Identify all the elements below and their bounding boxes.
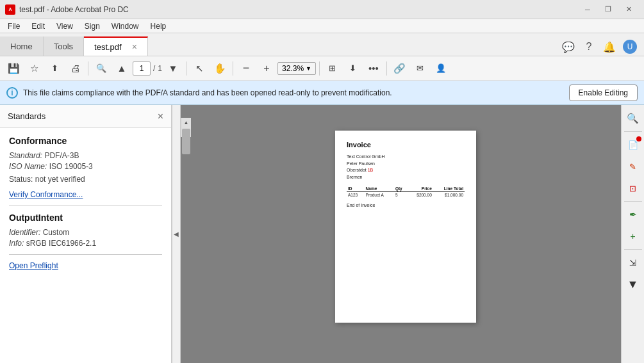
minus-icon: −	[243, 61, 250, 75]
zoom-in-button[interactable]: +	[257, 60, 276, 77]
company-line1: Text Control GmbH	[347, 154, 465, 161]
tab-file-label: test.pdf	[94, 42, 122, 52]
account-button[interactable]: U	[621, 38, 639, 56]
pdf-document: Invoice Text Control GmbH Peter Paulsen …	[335, 131, 476, 323]
window-title: test.pdf - Adobe Acrobat Pro DC	[19, 5, 129, 14]
tab-bar: Home Tools test.pdf × 💬 ? 🔔 U	[0, 33, 644, 56]
col-linetotal: Line Total	[433, 186, 465, 192]
more-tools-button[interactable]: •••	[364, 60, 383, 77]
messages-button[interactable]: 💬	[559, 38, 577, 56]
panel-header: Standards ×	[0, 105, 171, 128]
col-id: ID	[347, 186, 365, 192]
title-bar: A test.pdf - Adobe Acrobat Pro DC ─ ❐ ✕	[0, 0, 644, 19]
col-price: Price	[408, 186, 433, 192]
table-row: A123 Product A 5 $200.00 $1,000.00	[347, 192, 465, 198]
add-people-icon: 👤	[436, 63, 446, 73]
right-export-pdf-button[interactable]: 📄	[622, 134, 644, 156]
tab-home[interactable]: Home	[0, 36, 44, 56]
save-button[interactable]: 💾	[4, 60, 23, 77]
share-button[interactable]: ⬆	[45, 60, 64, 77]
hand-tool-button[interactable]: ✋	[210, 60, 229, 77]
link-button[interactable]: 🔗	[390, 60, 409, 77]
rp-separator-1	[624, 131, 642, 132]
select-tool-button[interactable]: ↖	[190, 60, 209, 77]
next-page-button[interactable]: ▼	[163, 60, 183, 77]
add-people-button[interactable]: 👤	[431, 60, 450, 77]
right-add-button[interactable]: +	[622, 225, 644, 247]
cell-id: A123	[347, 192, 365, 198]
conformance-title: Conformance	[9, 136, 162, 146]
save-icon: 💾	[8, 63, 20, 74]
menu-window[interactable]: Window	[106, 20, 144, 32]
right-edit-pdf-button[interactable]: ✎	[622, 156, 644, 177]
standard-label: Standard:	[9, 151, 42, 160]
right-expand-button[interactable]: ⇲	[622, 252, 644, 273]
tab-file[interactable]: test.pdf ×	[84, 36, 148, 56]
prev-page-button[interactable]: ▲	[112, 60, 131, 77]
scroll-thumb[interactable]	[182, 129, 190, 154]
bookmark-button[interactable]: ☆	[24, 60, 44, 77]
edit-pdf-icon: ✎	[629, 162, 636, 172]
menu-view[interactable]: View	[51, 20, 78, 32]
zoom-out-button[interactable]: 🔍	[92, 60, 111, 77]
toolbar-sep-1	[88, 61, 88, 76]
pdf-end-text: End of Invoice	[347, 203, 465, 207]
email-button[interactable]: ✉	[411, 60, 430, 77]
zoom-out2-button[interactable]: −	[236, 60, 256, 77]
info-bar: i This file claims compliance with the P…	[0, 81, 644, 105]
restore-button[interactable]: ❐	[598, 3, 618, 16]
info-field: Info: sRGB IEC61966-2.1	[9, 239, 162, 248]
minimize-button[interactable]: ─	[577, 3, 598, 16]
verify-conformance-link[interactable]: Verify Conformance...	[9, 190, 83, 199]
company-line3: Oberstdot 1B	[347, 167, 465, 174]
page-navigation: 1 / 1	[133, 61, 162, 76]
stamp-icon: ⬇	[349, 63, 356, 73]
zoom-display[interactable]: 32.3% ▼	[277, 62, 316, 75]
tab-tools-label: Tools	[54, 42, 73, 51]
more-right-icon: ▼	[627, 278, 639, 291]
cell-linetotal: $1,000.00	[433, 192, 465, 198]
help-icon: ?	[586, 41, 592, 52]
info-message: This file claims compliance with the PDF…	[23, 88, 392, 97]
scroll-up-button[interactable]: ▲	[181, 118, 191, 127]
menu-sign[interactable]: Sign	[79, 20, 105, 32]
iso-field: ISO Name: ISO 19005-3	[9, 162, 162, 171]
tab-close-icon[interactable]: ×	[132, 42, 137, 51]
identifier-label: Identifier:	[9, 228, 40, 237]
right-more-button[interactable]: ▼	[622, 273, 644, 295]
messages-icon: 💬	[562, 41, 575, 53]
standards-panel: Standards × Conformance Standard: PDF/A-…	[0, 105, 172, 363]
search-icon: 🔍	[627, 113, 639, 124]
tab-tools[interactable]: Tools	[44, 36, 84, 56]
stamp-button[interactable]: ⬇	[343, 60, 363, 77]
toolbar-sep-4	[319, 61, 320, 76]
menu-help[interactable]: Help	[145, 20, 172, 32]
menu-file[interactable]: File	[3, 20, 25, 32]
print-button[interactable]: 🖨	[65, 60, 85, 77]
rp-separator-3	[624, 249, 642, 250]
toolbar-sep-3	[233, 61, 233, 76]
avatar-icon: U	[623, 40, 637, 54]
rp-separator-2	[624, 201, 642, 202]
panel-close-button[interactable]: ×	[158, 111, 163, 122]
panel-collapse-arrow[interactable]: ◀	[172, 105, 181, 363]
help-button[interactable]: ?	[580, 38, 598, 56]
iso-label: ISO Name:	[9, 162, 47, 171]
pdf-company-info: Text Control GmbH Peter Paulsen Oberstdo…	[347, 154, 465, 181]
right-search-button[interactable]: 🔍	[622, 108, 644, 129]
menu-edit[interactable]: Edit	[26, 20, 50, 32]
notifications-button[interactable]: 🔔	[600, 38, 618, 56]
enable-editing-button[interactable]: Enable Editing	[569, 85, 638, 101]
cell-price: $200.00	[408, 192, 433, 198]
page-number-input[interactable]: 1	[133, 61, 151, 76]
close-button[interactable]: ✕	[618, 3, 639, 16]
crop-button[interactable]: ⊞	[323, 60, 342, 77]
collapse-icon: ◀	[174, 230, 179, 238]
info-value: sRGB IEC61966-2.1	[26, 239, 96, 248]
vertical-scrollbar[interactable]: ▲ ▼	[181, 118, 190, 137]
page-separator: /	[153, 64, 155, 73]
open-preflight-link[interactable]: Open Preflight	[9, 261, 58, 270]
right-organize-button[interactable]: ⊡	[622, 177, 644, 199]
prev-page-icon: ▲	[117, 63, 127, 74]
right-fillsign-button[interactable]: ✒	[622, 204, 644, 225]
